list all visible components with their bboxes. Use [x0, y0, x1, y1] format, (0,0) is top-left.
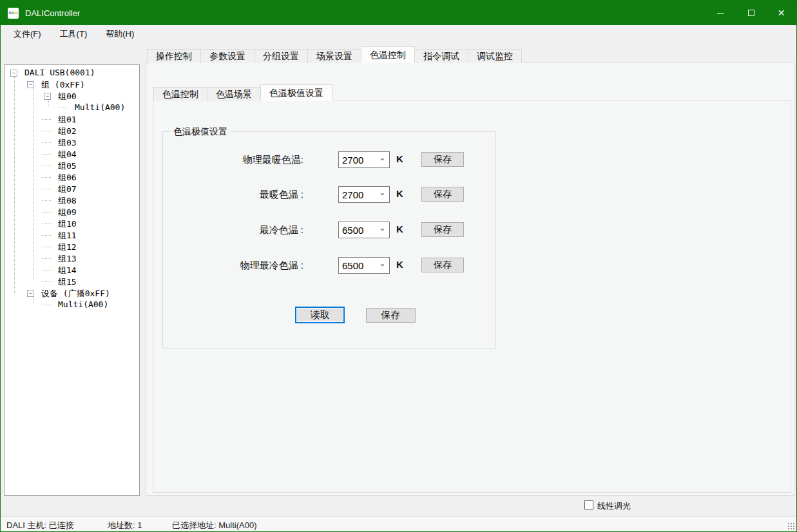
tab-操作控制[interactable]: 操作控制 [147, 49, 201, 63]
tree-connector-line [42, 247, 51, 247]
tree-item-label: 组03 [58, 137, 77, 149]
tree-connector-line [42, 235, 51, 236]
tree-item[interactable]: 组09 [5, 206, 139, 218]
unit-label: K [396, 188, 403, 199]
tree-expand-icon[interactable]: − [27, 290, 34, 297]
tree-item[interactable]: 组05 [5, 160, 139, 171]
tree-connector-line [42, 131, 51, 131]
tree-item[interactable]: 组15 [5, 276, 139, 287]
tree-item-label: 组02 [58, 126, 77, 137]
tree-connector-line [42, 223, 51, 224]
tree-item-label: Multi(A00) [58, 299, 108, 309]
unit-label: K [396, 153, 403, 164]
tree-expand-icon[interactable]: − [10, 70, 17, 77]
tree-item[interactable]: 组06 [5, 171, 139, 183]
tree-item[interactable]: 组11 [5, 229, 139, 241]
cct-form-row: 最暖色温 :2700⌄K保存 [163, 186, 495, 203]
minimize-icon [717, 13, 724, 14]
chevron-down-icon: ⌄ [379, 156, 386, 160]
cct-combobox[interactable]: 2700⌄ [338, 186, 390, 203]
tree-item[interactable]: 组13 [5, 252, 139, 264]
tree-item[interactable]: 组12 [5, 241, 139, 252]
cct-combobox[interactable]: 6500⌄ [338, 257, 390, 274]
combobox-value: 6500 [342, 260, 379, 271]
close-button[interactable]: ✕ [766, 1, 796, 25]
linear-dimming-label: 线性调光 [597, 500, 631, 512]
sub-tab-色温极值设置[interactable]: 色温极值设置 [260, 84, 332, 101]
device-tree-panel[interactable]: −DALI USB(0001)−组 (0xFF)−组00Multi(A00)组0… [4, 64, 140, 496]
cct-combobox[interactable]: 6500⌄ [338, 222, 390, 238]
cct-row-label: 最暖色温 : [155, 189, 303, 201]
tree-connector-line [42, 189, 51, 189]
title-bar: DALI DALIController ✕ [1, 1, 796, 25]
row-save-button[interactable]: 保存 [421, 258, 464, 272]
tree-item-label: 组11 [58, 230, 77, 242]
tree-connector-line [42, 119, 51, 120]
tree-connector-line [42, 281, 51, 282]
tree-item[interactable]: −组00 [5, 90, 139, 102]
tree-connector-line [42, 270, 51, 271]
tree-item[interactable]: Multi(A00) [5, 299, 139, 310]
resize-grip-icon[interactable] [787, 522, 795, 530]
chevron-down-icon: ⌄ [379, 226, 386, 231]
sub-tab-strip: 色温控制色温场景色温极值设置 [153, 84, 332, 101]
status-address-count: 地址数: 1 [108, 520, 142, 531]
row-save-button[interactable]: 保存 [421, 222, 464, 237]
tree-item[interactable]: Multi(A00) [5, 102, 139, 113]
footer-row: 线性调光 [1, 496, 797, 516]
tree-item[interactable]: −组 (0xFF) [5, 79, 139, 90]
row-save-button[interactable]: 保存 [421, 152, 464, 167]
tab-指令调试[interactable]: 指令调试 [414, 49, 468, 63]
cct-form-row: 物理最冷色温 :6500⌄K保存 [163, 257, 495, 274]
menu-item-工[interactable]: 工具(T) [53, 25, 94, 43]
tree-item[interactable]: 组04 [5, 148, 139, 160]
tree-item[interactable]: 组03 [5, 137, 139, 148]
tree-item-label: Multi(A00) [75, 102, 125, 112]
tree-expand-icon[interactable]: − [27, 81, 34, 88]
tab-场景设置[interactable]: 场景设置 [307, 49, 361, 63]
maximize-icon [748, 10, 754, 16]
tree-item[interactable]: 组10 [5, 218, 139, 229]
tree-item-label: 组09 [58, 207, 77, 218]
combobox-value: 6500 [342, 225, 379, 236]
sub-tab-色温场景[interactable]: 色温场景 [207, 87, 261, 101]
tree-item-label: 组06 [58, 172, 77, 184]
chevron-down-icon: ⌄ [379, 261, 386, 266]
tree-item[interactable]: −DALI USB(0001) [5, 67, 139, 79]
row-save-button[interactable]: 保存 [421, 187, 464, 202]
minimize-button[interactable] [706, 1, 736, 25]
tree-connector-line [42, 212, 51, 213]
status-host: DALI 主机: 已连接 [6, 520, 74, 531]
cct-combobox[interactable]: 2700⌄ [338, 151, 390, 168]
read-button[interactable]: 读取 [295, 307, 345, 323]
tree-item-label: 组08 [58, 195, 77, 207]
close-icon: ✕ [778, 8, 785, 17]
tree-item[interactable]: 组02 [5, 125, 139, 137]
tree-item-label: 组04 [58, 149, 77, 160]
sub-tab-色温控制[interactable]: 色温控制 [153, 87, 207, 101]
tree-item[interactable]: 组01 [5, 113, 139, 125]
tree-item[interactable]: 组07 [5, 183, 139, 195]
tree-connector-line [42, 142, 51, 143]
tree-item-label: 组14 [58, 265, 77, 276]
tab-色温控制[interactable]: 色温控制 [361, 46, 415, 63]
tree-expand-icon[interactable]: − [44, 93, 51, 100]
menu-item-文[interactable]: 文件(F) [7, 25, 48, 43]
tree-connector-line [42, 258, 51, 259]
tab-分组设置[interactable]: 分组设置 [254, 49, 308, 63]
maximize-button[interactable] [736, 1, 766, 25]
tree-item-label: 设备 (广播0xFF) [41, 288, 110, 299]
tree-item[interactable]: −设备 (广播0xFF) [5, 287, 139, 299]
app-icon: DALI [8, 8, 19, 19]
tab-调试监控[interactable]: 调试监控 [468, 49, 522, 63]
menu-item-帮[interactable]: 帮助(H) [99, 25, 140, 43]
main-tab-page: 色温控制色温场景色温极值设置 色温极值设置 物理最暖色温:2700⌄K保存最暖色… [146, 62, 794, 496]
tree-item[interactable]: 组08 [5, 195, 139, 206]
save-button[interactable]: 保存 [366, 308, 416, 323]
cct-form-row: 最冷色温 :6500⌄K保存 [163, 222, 495, 238]
linear-dimming-checkbox[interactable] [584, 500, 593, 509]
tree-item-label: 组01 [58, 114, 77, 126]
tree-item-label: 组00 [58, 91, 77, 102]
tree-item[interactable]: 组14 [5, 264, 139, 276]
tab-参数设置[interactable]: 参数设置 [200, 49, 254, 63]
